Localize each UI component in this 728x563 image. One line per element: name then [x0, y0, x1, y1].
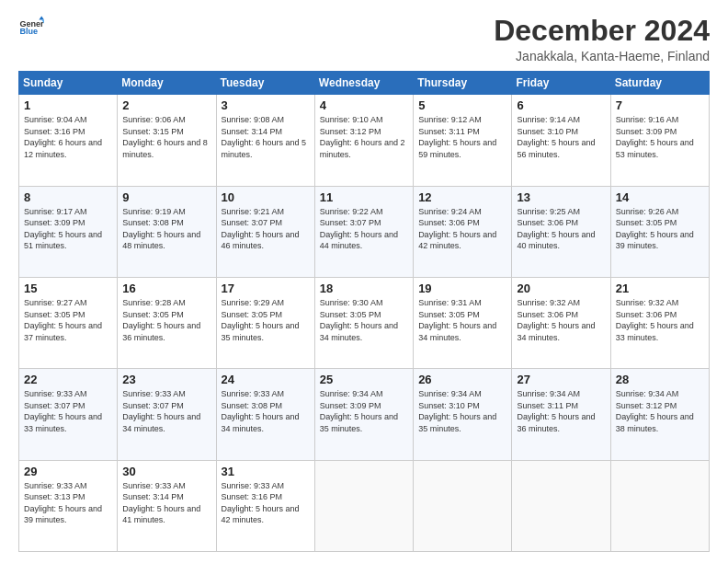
day-number: 26: [418, 373, 506, 386]
day-number: 24: [222, 373, 310, 386]
day-number: 16: [122, 282, 210, 295]
day-info: Sunrise: 9:16 AMSunset: 3:09 PMDaylight:…: [616, 114, 704, 160]
calendar-week-row: 22Sunrise: 9:33 AMSunset: 3:07 PMDayligh…: [19, 369, 710, 460]
calendar-day-cell: 1Sunrise: 9:04 AMSunset: 3:16 PMDaylight…: [19, 95, 118, 186]
calendar-week-row: 29Sunrise: 9:33 AMSunset: 3:13 PMDayligh…: [19, 460, 710, 551]
calendar-day-cell: 16Sunrise: 9:28 AMSunset: 3:05 PMDayligh…: [118, 277, 216, 368]
svg-marker-2: [39, 16, 44, 19]
day-number: 6: [517, 98, 605, 112]
calendar-day-cell: 6Sunrise: 9:14 AMSunset: 3:10 PMDaylight…: [512, 95, 610, 186]
day-number: 29: [24, 465, 112, 478]
calendar-day-cell: 18Sunrise: 9:30 AMSunset: 3:05 PMDayligh…: [314, 277, 413, 368]
calendar-week-row: 15Sunrise: 9:27 AMSunset: 3:05 PMDayligh…: [19, 277, 710, 368]
day-number: 5: [418, 98, 506, 112]
empty-cell: [610, 460, 709, 551]
calendar-day-cell: 4Sunrise: 9:10 AMSunset: 3:12 PMDaylight…: [314, 95, 413, 186]
day-info: Sunrise: 9:32 AMSunset: 3:06 PMDaylight:…: [517, 297, 605, 343]
header-saturday: Saturday: [610, 72, 709, 95]
logo-icon: General Blue: [18, 15, 44, 40]
day-info: Sunrise: 9:25 AMSunset: 3:06 PMDaylight:…: [517, 206, 605, 252]
calendar-day-cell: 13Sunrise: 9:25 AMSunset: 3:06 PMDayligh…: [512, 186, 610, 277]
day-info: Sunrise: 9:26 AMSunset: 3:05 PMDaylight:…: [616, 206, 704, 252]
day-number: 1: [24, 98, 112, 112]
header-thursday: Thursday: [414, 72, 512, 95]
header-sunday: Sunday: [19, 72, 118, 95]
day-number: 13: [517, 190, 605, 204]
day-info: Sunrise: 9:12 AMSunset: 3:11 PMDaylight:…: [418, 114, 506, 160]
calendar-day-cell: 24Sunrise: 9:33 AMSunset: 3:08 PMDayligh…: [216, 369, 314, 460]
calendar-day-cell: 25Sunrise: 9:34 AMSunset: 3:09 PMDayligh…: [314, 369, 413, 460]
day-info: Sunrise: 9:34 AMSunset: 3:10 PMDaylight:…: [418, 388, 506, 434]
calendar-day-cell: 9Sunrise: 9:19 AMSunset: 3:08 PMDaylight…: [118, 186, 216, 277]
day-info: Sunrise: 9:33 AMSunset: 3:07 PMDaylight:…: [24, 388, 112, 434]
page-header: General Blue December 2024 Janakkala, Ka…: [18, 15, 710, 63]
calendar-day-cell: 26Sunrise: 9:34 AMSunset: 3:10 PMDayligh…: [414, 369, 512, 460]
day-number: 20: [517, 282, 605, 295]
day-info: Sunrise: 9:29 AMSunset: 3:05 PMDaylight:…: [222, 297, 310, 343]
day-number: 22: [24, 373, 112, 386]
day-info: Sunrise: 9:33 AMSunset: 3:13 PMDaylight:…: [24, 480, 112, 526]
calendar-page: General Blue December 2024 Janakkala, Ka…: [0, 0, 728, 563]
calendar-day-cell: 17Sunrise: 9:29 AMSunset: 3:05 PMDayligh…: [216, 277, 314, 368]
day-number: 4: [320, 98, 408, 112]
calendar-day-cell: 30Sunrise: 9:33 AMSunset: 3:14 PMDayligh…: [118, 460, 216, 551]
empty-cell: [314, 460, 413, 551]
day-info: Sunrise: 9:33 AMSunset: 3:07 PMDaylight:…: [122, 388, 210, 434]
day-number: 8: [24, 190, 112, 204]
day-info: Sunrise: 9:32 AMSunset: 3:06 PMDaylight:…: [616, 297, 704, 343]
day-number: 18: [320, 282, 408, 295]
header-monday: Monday: [118, 72, 216, 95]
header-friday: Friday: [512, 72, 610, 95]
calendar-day-cell: 10Sunrise: 9:21 AMSunset: 3:07 PMDayligh…: [216, 186, 314, 277]
calendar-day-cell: 15Sunrise: 9:27 AMSunset: 3:05 PMDayligh…: [19, 277, 118, 368]
day-number: 15: [24, 282, 112, 295]
day-number: 23: [122, 373, 210, 386]
header-wednesday: Wednesday: [314, 72, 413, 95]
day-info: Sunrise: 9:34 AMSunset: 3:12 PMDaylight:…: [616, 388, 704, 434]
day-info: Sunrise: 9:19 AMSunset: 3:08 PMDaylight:…: [122, 206, 210, 252]
header-tuesday: Tuesday: [216, 72, 314, 95]
calendar-day-cell: 31Sunrise: 9:33 AMSunset: 3:16 PMDayligh…: [216, 460, 314, 551]
day-info: Sunrise: 9:33 AMSunset: 3:14 PMDaylight:…: [122, 480, 210, 526]
day-number: 25: [320, 373, 408, 386]
calendar-day-cell: 11Sunrise: 9:22 AMSunset: 3:07 PMDayligh…: [314, 186, 413, 277]
day-info: Sunrise: 9:06 AMSunset: 3:15 PMDaylight:…: [122, 114, 210, 160]
day-number: 19: [418, 282, 506, 295]
day-info: Sunrise: 9:33 AMSunset: 3:16 PMDaylight:…: [222, 480, 310, 526]
calendar-day-cell: 27Sunrise: 9:34 AMSunset: 3:11 PMDayligh…: [512, 369, 610, 460]
day-number: 2: [122, 98, 210, 112]
day-number: 30: [122, 465, 210, 478]
day-number: 10: [222, 190, 310, 204]
calendar-day-cell: 5Sunrise: 9:12 AMSunset: 3:11 PMDaylight…: [414, 95, 512, 186]
calendar-day-cell: 19Sunrise: 9:31 AMSunset: 3:05 PMDayligh…: [414, 277, 512, 368]
empty-cell: [512, 460, 610, 551]
day-info: Sunrise: 9:10 AMSunset: 3:12 PMDaylight:…: [320, 114, 408, 160]
calendar-day-cell: 21Sunrise: 9:32 AMSunset: 3:06 PMDayligh…: [610, 277, 709, 368]
day-info: Sunrise: 9:04 AMSunset: 3:16 PMDaylight:…: [24, 114, 112, 160]
calendar-day-cell: 23Sunrise: 9:33 AMSunset: 3:07 PMDayligh…: [118, 369, 216, 460]
calendar-day-cell: 3Sunrise: 9:08 AMSunset: 3:14 PMDaylight…: [216, 95, 314, 186]
day-info: Sunrise: 9:14 AMSunset: 3:10 PMDaylight:…: [517, 114, 605, 160]
calendar-day-cell: 14Sunrise: 9:26 AMSunset: 3:05 PMDayligh…: [610, 186, 709, 277]
day-info: Sunrise: 9:17 AMSunset: 3:09 PMDaylight:…: [24, 206, 112, 252]
day-info: Sunrise: 9:21 AMSunset: 3:07 PMDaylight:…: [222, 206, 310, 252]
calendar-day-cell: 8Sunrise: 9:17 AMSunset: 3:09 PMDaylight…: [19, 186, 118, 277]
title-block: December 2024 Janakkala, Kanta-Haeme, Fi…: [494, 15, 710, 63]
calendar-table: Sunday Monday Tuesday Wednesday Thursday…: [18, 71, 710, 552]
day-number: 28: [616, 373, 704, 386]
day-number: 17: [222, 282, 310, 295]
day-info: Sunrise: 9:33 AMSunset: 3:08 PMDaylight:…: [222, 388, 310, 434]
day-number: 12: [418, 190, 506, 204]
day-info: Sunrise: 9:31 AMSunset: 3:05 PMDaylight:…: [418, 297, 506, 343]
day-info: Sunrise: 9:28 AMSunset: 3:05 PMDaylight:…: [122, 297, 210, 343]
svg-text:Blue: Blue: [19, 27, 38, 36]
day-info: Sunrise: 9:34 AMSunset: 3:11 PMDaylight:…: [517, 388, 605, 434]
day-number: 9: [122, 190, 210, 204]
calendar-day-cell: 12Sunrise: 9:24 AMSunset: 3:06 PMDayligh…: [414, 186, 512, 277]
day-number: 7: [616, 98, 704, 112]
day-info: Sunrise: 9:22 AMSunset: 3:07 PMDaylight:…: [320, 206, 408, 252]
calendar-title: December 2024: [494, 15, 710, 47]
day-number: 14: [616, 190, 704, 204]
calendar-day-cell: 28Sunrise: 9:34 AMSunset: 3:12 PMDayligh…: [610, 369, 709, 460]
day-number: 27: [517, 373, 605, 386]
